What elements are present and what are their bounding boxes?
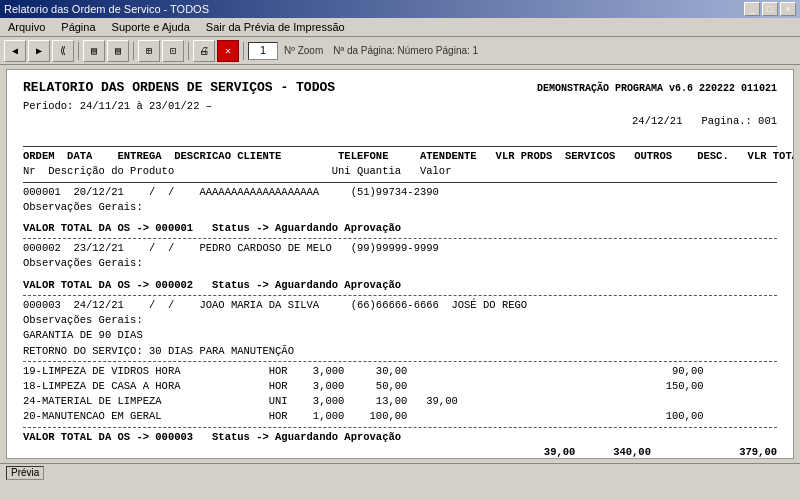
header-divider <box>23 146 777 147</box>
window-controls[interactable]: _ □ × <box>744 2 796 16</box>
order-3-obs: Observações Gerais: <box>23 313 777 328</box>
toolbar-btn2[interactable]: ▤ <box>107 40 129 62</box>
order-3-item-2: 18-LIMPEZA DE CASA A HORA HOR 3,000 50,0… <box>23 379 777 394</box>
window: Relatorio das Ordem de Servico - TODOS _… <box>0 0 800 481</box>
toolbar-back-button[interactable]: ◀ <box>4 40 26 62</box>
order-1-obs: Observações Gerais: <box>23 200 777 215</box>
toolbar-close-button[interactable]: ✕ <box>217 40 239 62</box>
zoom-label: Nº Zoom <box>284 45 323 56</box>
report-area: RELATORIO DAS ORDENS DE SERVIÇOS - TODOS… <box>6 69 794 459</box>
order-2-header: 000002 23/12/21 / / PEDRO CARDOSO DE MEL… <box>23 241 777 256</box>
order2-divider <box>23 295 777 296</box>
order-3-item-3: 24-MATERIAL DE LIMPEZA UNI 3,000 13,00 3… <box>23 394 777 409</box>
toolbar-sep2 <box>133 42 134 60</box>
menubar: Arquivo Página Suporte e Ajuda Sair da P… <box>0 18 800 37</box>
toolbar-sep4 <box>243 42 244 60</box>
period-label: Periodo: 24/11/21 à 23/01/22 – <box>23 99 212 145</box>
order-3-obs2: GARANTIA DE 90 DIAS <box>23 328 777 343</box>
order3-items-divider <box>23 361 777 362</box>
col-headers: ORDEM DATA ENTREGA DESCRICAO CLIENTE TEL… <box>23 149 777 164</box>
order-3-header: 000003 24/12/21 / / JOAO MARIA DA SILVA … <box>23 298 777 313</box>
order-2-total: VALOR TOTAL DA OS -> 000002 Status -> Ag… <box>23 278 777 293</box>
col-divider <box>23 182 777 183</box>
toolbar-print-button[interactable]: 🖨 <box>193 40 215 62</box>
order-1-total: VALOR TOTAL DA OS -> 000001 Status -> Ag… <box>23 221 777 236</box>
menu-suporte[interactable]: Suporte e Ajuda <box>108 20 194 34</box>
statusbar-label: Prévia <box>6 466 44 480</box>
statusbar: Prévia <box>0 463 800 481</box>
toolbar-forward-button[interactable]: ▶ <box>28 40 50 62</box>
minimize-button[interactable]: _ <box>744 2 760 16</box>
order1-divider <box>23 238 777 239</box>
order3-total-divider <box>23 427 777 428</box>
menu-sair[interactable]: Sair da Prévia de Impressão <box>202 20 349 34</box>
order-3-total-label: VALOR TOTAL DA OS -> 000003 Status -> Ag… <box>23 430 401 459</box>
toolbar-btn3[interactable]: ⊞ <box>138 40 160 62</box>
toolbar: ◀ ▶ ⟪ ▤ ▤ ⊞ ⊡ 🖨 ✕ 1 Nº Zoom Nª da Página… <box>0 37 800 65</box>
toolbar-home-button[interactable]: ⟪ <box>52 40 74 62</box>
order-3-obs3: RETORNO DO SERVIÇO: 30 DIAS PARA MANUTEN… <box>23 344 777 359</box>
order-3-item-1: 19-LIMPEZA DE VIDROS HORA HOR 3,000 30,0… <box>23 364 777 379</box>
window-title: Relatorio das Ordem de Servico - TODOS <box>4 3 209 15</box>
report-title: RELATORIO DAS ORDENS DE SERVIÇOS - TODOS <box>23 80 335 95</box>
page-label: Nª da Página: Número Página: 1 <box>333 45 478 56</box>
date-right: 24/12/21 Pagina.: 001 <box>582 99 777 145</box>
page-number-input[interactable]: 1 <box>248 42 278 60</box>
toolbar-btn1[interactable]: ▤ <box>83 40 105 62</box>
menu-pagina[interactable]: Página <box>57 20 99 34</box>
col-sub: Nr Descrição do Produto Uni Quantia Valo… <box>23 164 777 179</box>
order-3-item-4: 20-MANUTENCAO EM GERAL HOR 1,000 100,00 … <box>23 409 777 424</box>
toolbar-btn4[interactable]: ⊡ <box>162 40 184 62</box>
toolbar-sep3 <box>188 42 189 60</box>
order-2-obs: Observações Gerais: <box>23 256 777 271</box>
toolbar-sep1 <box>78 42 79 60</box>
close-button[interactable]: × <box>780 2 796 16</box>
order-1-header: 000001 20/12/21 / / AAAAAAAAAAAAAAAAAAA … <box>23 185 777 200</box>
menu-arquivo[interactable]: Arquivo <box>4 20 49 34</box>
demo-label: DEMONSTRAÇÃO PROGRAMA v6.6 220222 011021 <box>537 82 777 97</box>
titlebar: Relatorio das Ordem de Servico - TODOS _… <box>0 0 800 18</box>
maximize-button[interactable]: □ <box>762 2 778 16</box>
order-3-total-values: 39,00 340,00 379,00 <box>493 430 777 459</box>
